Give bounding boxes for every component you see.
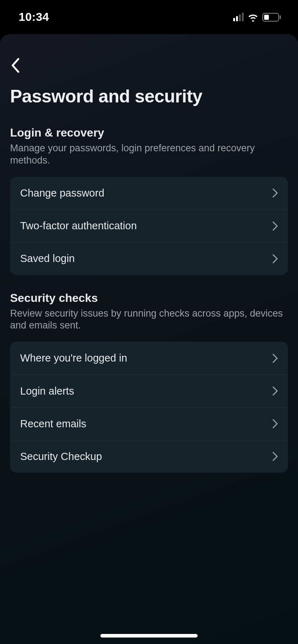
item-where-logged-in[interactable]: Where you're logged in bbox=[10, 342, 288, 374]
section-description: Manage your passwords, login preferences… bbox=[10, 142, 288, 167]
sheet-header: Password and security bbox=[10, 34, 288, 115]
chevron-right-icon bbox=[272, 221, 278, 231]
chevron-right-icon bbox=[272, 419, 278, 428]
section-title: Login & recovery bbox=[10, 126, 288, 139]
status-time: 10:34 bbox=[19, 10, 49, 24]
home-indicator[interactable] bbox=[100, 634, 198, 638]
chevron-right-icon bbox=[272, 354, 278, 363]
cellular-signal-icon bbox=[233, 13, 244, 21]
list-item-label: Saved login bbox=[20, 253, 75, 264]
item-two-factor-authentication[interactable]: Two-factor authentication bbox=[10, 210, 288, 242]
chevron-right-icon bbox=[272, 386, 278, 396]
battery-icon bbox=[262, 13, 281, 22]
item-security-checkup[interactable]: Security Checkup bbox=[10, 440, 288, 473]
item-saved-login[interactable]: Saved login bbox=[10, 242, 288, 275]
list-item-label: Security Checkup bbox=[20, 451, 102, 463]
section-title: Security checks bbox=[10, 291, 288, 305]
status-indicators bbox=[233, 13, 281, 22]
list-item-label: Login alerts bbox=[20, 385, 74, 397]
section-login-recovery: Login & recovery Manage your passwords, … bbox=[10, 126, 288, 275]
settings-sheet: Password and security Login & recovery M… bbox=[0, 34, 298, 644]
list-item-label: Change password bbox=[20, 187, 104, 199]
list-item-label: Two-factor authentication bbox=[20, 220, 137, 232]
list-item-label: Recent emails bbox=[20, 418, 86, 430]
list-login-recovery: Change password Two-factor authenticatio… bbox=[10, 177, 288, 275]
chevron-right-icon bbox=[272, 254, 278, 263]
section-security-checks: Security checks Review security issues b… bbox=[10, 291, 288, 473]
status-bar: 10:34 bbox=[0, 0, 298, 34]
chevron-right-icon bbox=[272, 188, 278, 198]
item-change-password[interactable]: Change password bbox=[10, 177, 288, 210]
chevron-left-icon bbox=[11, 58, 20, 73]
back-button[interactable] bbox=[11, 56, 20, 75]
chevron-right-icon bbox=[272, 452, 278, 461]
item-recent-emails[interactable]: Recent emails bbox=[10, 407, 288, 440]
list-security-checks: Where you're logged in Login alerts Rece… bbox=[10, 342, 288, 473]
item-login-alerts[interactable]: Login alerts bbox=[10, 374, 288, 407]
wifi-icon bbox=[247, 13, 259, 22]
list-item-label: Where you're logged in bbox=[20, 352, 127, 364]
section-description: Review security issues by running checks… bbox=[10, 308, 288, 332]
page-title: Password and security bbox=[10, 86, 288, 107]
